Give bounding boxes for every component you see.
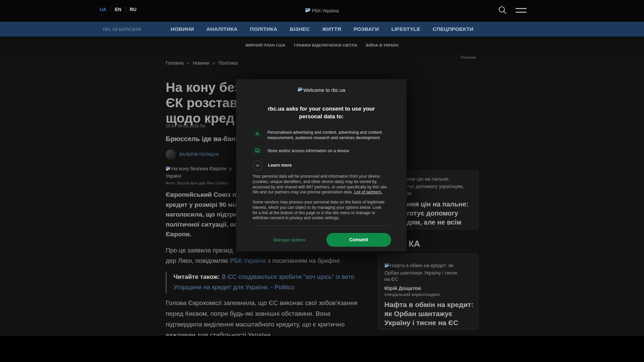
- breadcrumb-news[interactable]: Новини: [193, 60, 209, 66]
- avatar: [166, 149, 176, 160]
- nav-item-rozvahy[interactable]: РОЗВАГИ: [354, 26, 379, 32]
- read-also-label: Читайте також:: [173, 273, 220, 280]
- learn-more-label[interactable]: Learn more: [268, 161, 292, 170]
- consent-heading: rbc.ua asks for your consent to use your…: [236, 105, 407, 120]
- news-image-alt: Нафта в обмін на кредит: як Орбан шантаж…: [384, 262, 458, 283]
- consent-paragraph-2: Some vendors may process your personal d…: [253, 200, 393, 221]
- person-icon: [253, 129, 262, 139]
- topic-navigation: МИРНИЙ ПЛАН США ГРАФІКИ ВІДКЛЮЧЕННЯ СВІТ…: [0, 37, 644, 54]
- site-logo[interactable]: РБК-Україна: [305, 8, 339, 14]
- nav-item-lifestyle[interactable]: LIFESTYLE: [391, 26, 420, 32]
- divider: [125, 7, 126, 12]
- author-link[interactable]: ВАЛЕРІЯ ПОЛІЩУК: [179, 152, 219, 157]
- article-lead: Брюссель іде ва-банк,: [166, 135, 240, 143]
- article-intro-paragraph: Європейський Союз під кредит у розмірі 9…: [166, 190, 242, 239]
- lang-en[interactable]: EN: [115, 7, 121, 12]
- nav-item-polityka[interactable]: ПОЛІТИКА: [250, 26, 277, 32]
- article-image-placeholder: На кону безпека Європи: у Україні: [166, 166, 231, 179]
- top-header: UA EN RU РБК-Україна: [0, 0, 644, 22]
- broken-image-icon: [384, 263, 389, 270]
- nav-item-zhyttia[interactable]: ЖИТТЯ: [322, 26, 341, 32]
- manage-options-button[interactable]: Manage options: [253, 237, 326, 242]
- consent-paragraph-1: Your personal data will be processed and…: [253, 174, 393, 195]
- sidebar-section-heading: КА: [409, 239, 420, 249]
- read-also-link[interactable]: В ЄС сподіваються зробити "хоч щось" із …: [222, 273, 354, 280]
- purpose-store-information: Store and/or access information on a dev…: [253, 146, 349, 155]
- broken-image-icon: [298, 87, 303, 93]
- article-timestamp: 15:54 09.03.2026 Пн: [166, 124, 205, 128]
- welcome-row: Welcome to rbc.ua: [236, 87, 407, 93]
- news-title[interactable]: Нафта в обмін на кредит: як Орбан шантаж…: [384, 300, 474, 327]
- menu-icon[interactable]: [516, 8, 527, 15]
- divider: [253, 225, 390, 226]
- subnav-item-outage-schedules[interactable]: ГРАФІКИ ВІДКЛЮЧЕННЯ СВІТЛА: [294, 43, 357, 47]
- correspondent-name[interactable]: Юрій Дощатов: [384, 285, 421, 291]
- news-image-alt: ння цін на пальне: тує допомогу українця…: [407, 175, 464, 197]
- breadcrumb-home[interactable]: Головна: [166, 60, 183, 66]
- language-switcher: UA EN RU: [100, 7, 137, 12]
- read-also-block: Читайте також:В ЄС сподіваються зробити …: [166, 272, 354, 293]
- nav-item-analityka[interactable]: АНАЛІТИКА: [206, 26, 237, 32]
- nav-item-biznes[interactable]: БІЗНЕС: [290, 26, 310, 32]
- welcome-text: Welcome to rbc.ua: [304, 87, 345, 93]
- site-logo-alt: РБК-Україна: [312, 8, 339, 13]
- divider: [110, 7, 111, 12]
- lang-ru[interactable]: RU: [130, 7, 137, 12]
- correspondent-role: спеціальний кореспондент: [384, 292, 441, 297]
- list-of-partners-link[interactable]: List of partners.: [354, 190, 382, 194]
- read-also-link[interactable]: Угорщини на кредит для України, - Politi…: [173, 284, 294, 291]
- nav-items: НОВИНИ АНАЛІТИКА ПОЛІТИКА БІЗНЕС ЖИТТЯ Р…: [0, 22, 644, 37]
- main-navigation: ПН, 09 БЕРЕЗНЯ НОВИНИ АНАЛІТИКА ПОЛІТИКА…: [0, 22, 644, 37]
- broken-image-icon: [166, 166, 170, 173]
- nav-item-spetsproekty[interactable]: СПЕЦПРОЕКТИ: [433, 26, 473, 32]
- breadcrumb-separator: »: [187, 60, 190, 66]
- consent-dialog: Welcome to rbc.ua rbc.ua asks for your c…: [236, 79, 407, 251]
- breadcrumb: Головна » Новини » Політика: [166, 60, 238, 66]
- subnav-item-war[interactable]: ВІЙНА В УКРАЇНІ: [366, 43, 398, 47]
- author-row: ВАЛЕРІЯ ПОЛІЩУК: [166, 149, 219, 160]
- breadcrumb-politics[interactable]: Політика: [219, 60, 238, 66]
- nav-item-novyny[interactable]: НОВИНИ: [171, 26, 194, 32]
- chevron-down-icon[interactable]: [253, 161, 263, 171]
- bottom-ad-area: [0, 336, 644, 362]
- article-paragraph: Голова Єврокомісії запевнила, що ЄС вико…: [166, 298, 357, 341]
- rbc-ukraine-link[interactable]: РБК-Україна: [230, 257, 266, 264]
- subnav-item-peace-plan[interactable]: МИРНИЙ ПЛАН США: [246, 43, 285, 47]
- consent-button[interactable]: Consent: [326, 233, 391, 247]
- page-root: UA EN RU РБК-Україна ПН, 09 БЕРЕЗНЯ НОВИ…: [0, 0, 644, 362]
- purpose-personalised-ads: Personalised advertising and content, ad…: [253, 129, 382, 140]
- photo-caption: Фото: Урсула фон дер Ляєн (Getty I: [166, 181, 229, 185]
- learn-more-row[interactable]: Learn more: [253, 161, 292, 171]
- search-icon[interactable]: [498, 5, 507, 15]
- consent-buttons: Manage options Consent: [253, 233, 391, 247]
- devices-icon: [253, 146, 262, 155]
- breadcrumb-separator: »: [213, 60, 215, 66]
- ad-label: Реклама: [461, 55, 476, 59]
- sidebar-analytics-card[interactable]: Нафта в обмін на кредит: як Орбан шантаж…: [378, 254, 478, 330]
- broken-image-icon: [305, 8, 311, 14]
- news-title[interactable]: ння цін на пальне: готує допомогу дям, а…: [407, 200, 469, 227]
- lang-ua[interactable]: UA: [100, 7, 106, 12]
